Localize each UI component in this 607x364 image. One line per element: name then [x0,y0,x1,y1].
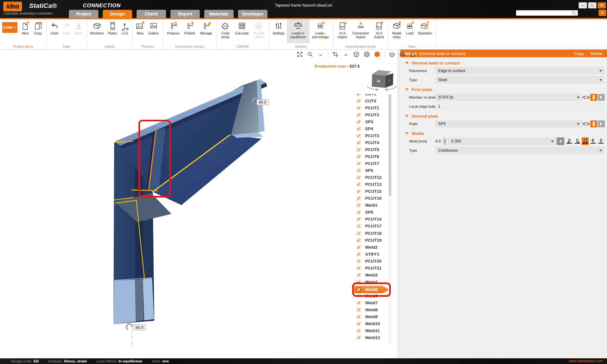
xls-import-button[interactable]: XLSXLS Import [335,19,350,43]
visibility-checkbox[interactable] [356,203,361,208]
tree-item-pcut3[interactable]: PCUT3 [354,132,387,139]
visibility-checkbox[interactable] [356,99,361,103]
tree-item-pcut14[interactable]: PCUT14 [354,216,387,222]
clipping-dropdown-chevron[interactable] [343,52,349,58]
weld-size-stepper[interactable] [443,137,447,145]
copy-button[interactable]: Copy [31,19,45,43]
weld-type-n-icon[interactable] [598,137,604,145]
close-button[interactable]: ✕ [598,2,606,9]
tree-item-pcut15[interactable]: PCUT15 [354,188,387,195]
publish-button[interactable]: Publish [182,19,198,43]
section-header-general-weld-or-contact[interactable]: General weld or contact [405,61,607,65]
pick-cursor-icon[interactable] [598,94,605,101]
tree-item-pcut4[interactable]: PCUT4 [354,139,387,146]
plate-view-icon[interactable] [590,94,597,101]
tree-item-weld11[interactable]: Weld11 [354,328,387,334]
visibility-checkbox[interactable] [356,147,361,152]
visibility-checkbox[interactable] [356,94,361,96]
tree-item-weld7[interactable]: Weld7 [354,300,387,306]
tree-item-sp6[interactable]: SP6 [354,209,387,215]
calculate-button[interactable]: Calculate [233,19,251,43]
plate-select[interactable]: SP5 [435,120,582,128]
section-header-welds[interactable]: Welds [405,131,607,136]
tree-item-pcut18[interactable]: PCUT18 [354,230,387,236]
plate-view-icon[interactable] [590,120,597,127]
search-input[interactable] [516,10,578,16]
visibility-checkbox[interactable] [356,335,361,340]
maximize-button[interactable]: □ [588,2,597,9]
visibility-checkbox[interactable] [356,196,361,201]
visibility-checkbox[interactable] [356,175,361,180]
visibility-checkbox[interactable] [356,217,361,221]
operation-button[interactable]: Operation [416,19,434,43]
tree-item-pcut12[interactable]: PCUT12 [354,174,387,181]
visibility-checkbox[interactable] [356,273,361,277]
tree-item-pcut13[interactable]: PCUT13 [354,181,387,188]
visibility-checkbox[interactable] [356,300,361,305]
website-link[interactable]: www.ideastatica.com [569,359,603,363]
plates-button[interactable]: Plates [106,19,119,43]
home-view-button[interactable] [410,52,416,58]
tab-developer[interactable]: Developer [238,10,267,18]
settings-button[interactable]: Settings [270,19,287,43]
weld-type-b-icon[interactable] [590,137,597,145]
visibility-checkbox[interactable] [356,328,361,333]
tree-item-pcut2[interactable]: PCUT2 [354,112,387,118]
new-button[interactable]: New [19,19,31,43]
tab-materials[interactable]: Materials [204,10,234,18]
tree-item-weld9[interactable]: Weld9 [354,314,387,320]
visibility-checkbox[interactable] [356,161,361,166]
connection-selector-button[interactable]: CON5 [2,22,17,33]
visibility-checkbox[interactable] [356,231,361,236]
load-button[interactable]: Load [404,19,416,43]
tree-scrollbar[interactable] [389,94,391,343]
tree-item-pcut7[interactable]: PCUT7 [354,161,387,167]
weld-type-l-icon[interactable] [566,137,573,145]
view-wireframe-button[interactable] [353,52,359,58]
view-clipped-button[interactable] [389,52,395,58]
clipping-button[interactable] [332,52,339,58]
tree-item-pcut16[interactable]: PCUT16 [354,195,387,202]
tree-item-pcut5[interactable]: PCUT5 [354,146,387,153]
visibility-checkbox[interactable] [356,119,361,124]
visibility-checkbox[interactable] [356,252,361,257]
model-canvas[interactable]: 40.0 40.0 -X ↗ [0,50,397,358]
plate-dimension-icon[interactable] [583,94,590,101]
copy-button[interactable]: Copy [574,51,584,56]
panel-splitter[interactable] [397,50,400,358]
visibility-checkbox[interactable] [356,259,361,264]
tree-item-cut1[interactable]: CUT1 [354,94,387,97]
visibility-checkbox[interactable] [356,168,361,173]
tree-item-pcut21[interactable]: PCUT21 [354,265,387,271]
weld-type-lr-icon[interactable] [582,137,589,145]
tree-item-sp5[interactable]: SP5 [354,167,387,174]
visibility-checkbox[interactable] [356,140,361,145]
plate-select[interactable]: STIFF1b [435,94,582,101]
loads-in-equilibrium-button[interactable]: Loads in equilibrium [287,19,310,43]
minimize-button[interactable]: ─ [579,2,587,9]
type-select[interactable]: Continuous [435,147,604,154]
connection-import-button[interactable]: Connection Import [350,19,372,43]
view-solid-button[interactable] [374,52,380,58]
pick-cursor-icon[interactable] [598,120,605,127]
gallery-button[interactable]: Gallery [146,19,161,43]
tree-item-pcut6[interactable]: PCUT6 [354,153,387,160]
loads-percentage-button[interactable]: %Loads - percentage [310,19,332,43]
visibility-checkbox[interactable] [356,321,361,326]
tree-item-weld12[interactable]: Weld12 [354,335,387,341]
visibility-checkbox[interactable] [356,106,361,110]
tab-project[interactable]: Project [69,10,98,18]
fit-view-button[interactable] [297,52,303,58]
visibility-checkbox[interactable] [356,238,361,243]
visibility-checkbox[interactable] [356,189,361,194]
lcs-button[interactable]: LCS [119,19,131,43]
tree-item-pcut17[interactable]: PCUT17 [354,223,387,229]
visibility-checkbox[interactable] [356,182,361,187]
type-select[interactable]: Weld [435,76,604,84]
visibility-checkbox[interactable] [356,245,361,250]
tree-item-weld10[interactable]: Weld10 [354,321,387,327]
code-setup-button[interactable]: </>Code setup [218,19,233,43]
visibility-checkbox[interactable] [356,126,361,131]
undo-button[interactable]: Undo [48,19,61,43]
visibility-checkbox[interactable] [356,133,361,138]
